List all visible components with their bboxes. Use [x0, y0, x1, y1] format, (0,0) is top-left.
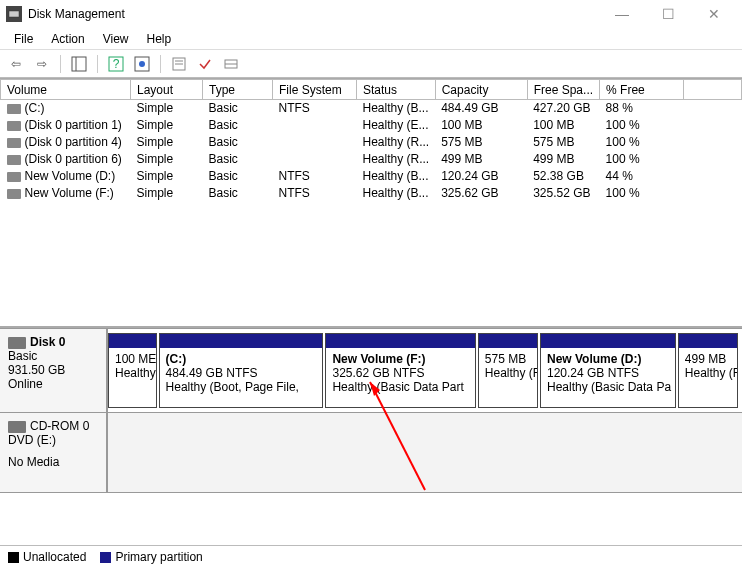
- app-icon: [6, 6, 22, 22]
- cdrom-sub: DVD (E:): [8, 433, 98, 447]
- volume-icon: [7, 104, 21, 114]
- col-header[interactable]: Capacity: [435, 80, 527, 100]
- partition[interactable]: (C:)484.49 GB NTFSHealthy (Boot, Page Fi…: [159, 333, 324, 408]
- window-controls: — ☐ ✕: [608, 6, 736, 22]
- disk-0-row[interactable]: Disk 0 Basic 931.50 GB Online 100 MEHeal…: [0, 328, 742, 413]
- menu-view[interactable]: View: [95, 30, 137, 48]
- partition-title: New Volume (D:): [547, 352, 669, 366]
- partition-size: 120.24 GB NTFS: [547, 366, 669, 380]
- menu-action[interactable]: Action: [43, 30, 92, 48]
- cdrom-name: CD-ROM 0: [30, 419, 89, 433]
- partition-size: 100 ME: [115, 352, 150, 366]
- partition-status: Healthy (Basic Data Part: [332, 380, 468, 394]
- col-header[interactable]: Volume: [1, 80, 131, 100]
- partition-status: Healthy (Boot, Page File,: [166, 380, 317, 394]
- disk-type: Basic: [8, 349, 98, 363]
- refresh-button[interactable]: [132, 54, 152, 74]
- help-button[interactable]: ?: [106, 54, 126, 74]
- graphical-view: Disk 0 Basic 931.50 GB Online 100 MEHeal…: [0, 328, 742, 493]
- partition[interactable]: New Volume (D:)120.24 GB NTFSHealthy (Ba…: [540, 333, 676, 408]
- svg-rect-1: [72, 57, 86, 71]
- partition-title: (C:): [166, 352, 317, 366]
- volume-list[interactable]: VolumeLayoutTypeFile SystemStatusCapacit…: [0, 78, 742, 328]
- partition-title: New Volume (F:): [332, 352, 468, 366]
- volume-row[interactable]: (Disk 0 partition 1)SimpleBasicHealthy (…: [1, 117, 742, 134]
- col-header[interactable]: Free Spa...: [527, 80, 599, 100]
- close-button[interactable]: ✕: [700, 6, 728, 22]
- partition-size: 499 MB: [685, 352, 731, 366]
- partition[interactable]: 575 MBHealthy (R: [478, 333, 538, 408]
- partition[interactable]: 499 MBHealthy (R: [678, 333, 738, 408]
- partition-color-bar: [160, 334, 323, 348]
- col-header[interactable]: Layout: [131, 80, 203, 100]
- partition-status: Healthy: [115, 366, 150, 380]
- col-header[interactable]: File System: [273, 80, 357, 100]
- menu-file[interactable]: File: [6, 30, 41, 48]
- volume-icon: [7, 172, 21, 182]
- volume-row[interactable]: (C:)SimpleBasicNTFSHealthy (B...484.49 G…: [1, 100, 742, 117]
- maximize-button[interactable]: ☐: [654, 6, 682, 22]
- disk-name: Disk 0: [30, 335, 65, 349]
- disk-0-header[interactable]: Disk 0 Basic 931.50 GB Online: [0, 329, 108, 412]
- volume-row[interactable]: (Disk 0 partition 4)SimpleBasicHealthy (…: [1, 134, 742, 151]
- volume-icon: [7, 138, 21, 148]
- partition-color-bar: [109, 334, 156, 348]
- minimize-button[interactable]: —: [608, 6, 636, 22]
- settings-button[interactable]: [169, 54, 189, 74]
- volume-row[interactable]: New Volume (F:)SimpleBasicNTFSHealthy (B…: [1, 185, 742, 202]
- svg-text:?: ?: [113, 57, 120, 71]
- partition-color-bar: [541, 334, 675, 348]
- legend-unallocated: Unallocated: [8, 550, 86, 564]
- volume-icon: [7, 121, 21, 131]
- forward-button[interactable]: ⇨: [32, 54, 52, 74]
- partition-color-bar: [326, 334, 474, 348]
- action-button[interactable]: [195, 54, 215, 74]
- cdrom-icon: [8, 421, 26, 433]
- partition-map: 100 MEHealthy(C:)484.49 GB NTFSHealthy (…: [108, 329, 742, 412]
- show-hide-button[interactable]: [69, 54, 89, 74]
- disk-icon: [8, 337, 26, 349]
- legend: Unallocated Primary partition: [0, 545, 742, 567]
- volume-row[interactable]: (Disk 0 partition 6)SimpleBasicHealthy (…: [1, 151, 742, 168]
- legend-primary: Primary partition: [100, 550, 202, 564]
- col-header[interactable]: Type: [203, 80, 273, 100]
- list-button[interactable]: [221, 54, 241, 74]
- volume-icon: [7, 189, 21, 199]
- partition-size: 325.62 GB NTFS: [332, 366, 468, 380]
- toolbar: ⇦ ⇨ ?: [0, 50, 742, 78]
- partition-color-bar: [479, 334, 537, 348]
- cdrom-body: [108, 413, 742, 492]
- cdrom-state: No Media: [8, 455, 98, 469]
- volume-icon: [7, 155, 21, 165]
- menu-help[interactable]: Help: [139, 30, 180, 48]
- svg-point-6: [139, 61, 145, 67]
- disk-size: 931.50 GB: [8, 363, 98, 377]
- partition-status: Healthy (Basic Data Pa: [547, 380, 669, 394]
- partition-color-bar: [679, 334, 737, 348]
- partition-status: Healthy (R: [485, 366, 531, 380]
- partition[interactable]: New Volume (F:)325.62 GB NTFSHealthy (Ba…: [325, 333, 475, 408]
- disk-state: Online: [8, 377, 98, 391]
- back-button[interactable]: ⇦: [6, 54, 26, 74]
- col-header[interactable]: Status: [357, 80, 436, 100]
- partition-status: Healthy (R: [685, 366, 731, 380]
- menubar: File Action View Help: [0, 28, 742, 50]
- partition-size: 484.49 GB NTFS: [166, 366, 317, 380]
- volume-row[interactable]: New Volume (D:)SimpleBasicNTFSHealthy (B…: [1, 168, 742, 185]
- window-title: Disk Management: [28, 7, 608, 21]
- cdrom-header[interactable]: CD-ROM 0 DVD (E:) No Media: [0, 413, 108, 492]
- col-header[interactable]: % Free: [600, 80, 684, 100]
- partition[interactable]: 100 MEHealthy: [108, 333, 157, 408]
- partition-size: 575 MB: [485, 352, 531, 366]
- svg-rect-0: [9, 11, 19, 17]
- cdrom-row[interactable]: CD-ROM 0 DVD (E:) No Media: [0, 413, 742, 493]
- titlebar: Disk Management — ☐ ✕: [0, 0, 742, 28]
